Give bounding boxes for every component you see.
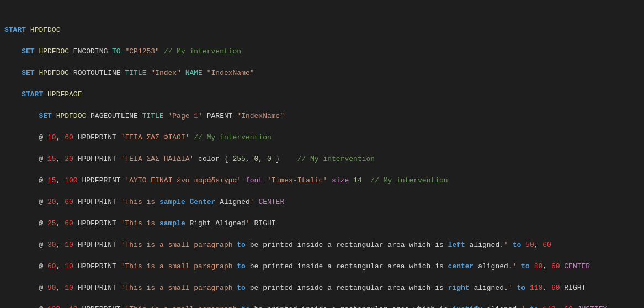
line-7: @ 15, 20 HPDFPRINT 'ΓΕΙΑ ΣΑΣ ΠΑΙΔΙΑ' col… <box>0 154 644 165</box>
line-5: SET HPDFDOC PAGEOUTLINE TITLE 'Page 1' P… <box>0 111 644 122</box>
line-13: @ 90, 10 HPDFPRINT 'This is a small para… <box>0 283 644 294</box>
line-8: @ 15, 100 HPDFPRINT 'ΑΥΤΟ ΕΙΝΑΙ ένα παρά… <box>0 175 644 186</box>
line-9: @ 20, 60 HPDFPRINT 'This is sample Cente… <box>0 197 644 208</box>
line-14: @ 120, 10 HPDFPRINT 'This is a small par… <box>0 304 644 308</box>
line-2: SET HPDFDOC ENCODING TO "CP1253" // My i… <box>0 46 644 57</box>
line-12: @ 60, 10 HPDFPRINT 'This is a small para… <box>0 261 644 272</box>
line-4: START HPDFPAGE <box>0 89 644 100</box>
code-editor: START HPDFDOC SET HPDFDOC ENCODING TO "C… <box>0 0 644 308</box>
line-3: SET HPDFDOC ROOTOUTLINE TITLE "Index" NA… <box>0 68 644 79</box>
line-11: @ 30, 10 HPDFPRINT 'This is a small para… <box>0 240 644 251</box>
line-10: @ 25, 60 HPDFPRINT 'This is sample Right… <box>0 218 644 229</box>
line-1: START HPDFDOC <box>0 25 644 36</box>
line-6: @ 10, 60 HPDFPRINT 'ΓΕΙΑ ΣΑΣ ΦΙΛΟΙ' // M… <box>0 132 644 143</box>
